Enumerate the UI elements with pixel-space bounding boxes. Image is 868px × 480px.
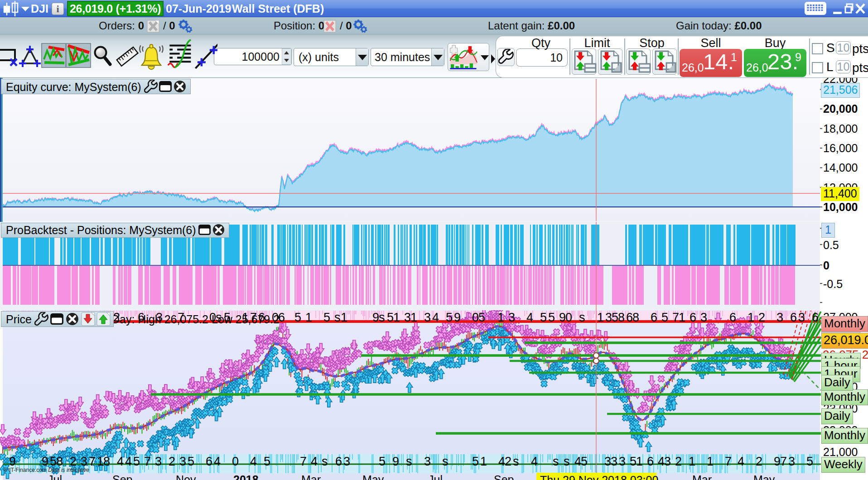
svg-text:8: 8: [103, 455, 110, 468]
svg-text:4: 4: [214, 455, 221, 468]
svg-text:3: 3: [664, 455, 671, 468]
svg-text:7: 7: [725, 455, 732, 468]
svg-text:0: 0: [565, 311, 572, 324]
svg-text:6: 6: [690, 311, 696, 324]
svg-text:4: 4: [531, 455, 538, 468]
svg-text:9: 9: [42, 455, 48, 468]
svg-text:5: 5: [806, 455, 813, 468]
svg-text:3: 3: [605, 311, 612, 324]
svg-text:3: 3: [619, 455, 626, 468]
svg-text:4: 4: [432, 311, 439, 324]
svg-text:7: 7: [300, 455, 307, 468]
svg-text:0: 0: [232, 455, 239, 468]
svg-text:7: 7: [672, 311, 679, 324]
svg-text:4: 4: [738, 455, 744, 468]
svg-text:5: 5: [264, 455, 270, 468]
svg-text:4: 4: [574, 455, 581, 468]
svg-text:6: 6: [626, 311, 633, 324]
svg-text:5: 5: [323, 311, 330, 324]
svg-text:3: 3: [776, 311, 783, 324]
svg-text:5: 5: [478, 311, 485, 324]
svg-text:6: 6: [729, 311, 736, 324]
svg-text:1: 1: [707, 455, 714, 468]
svg-text:9: 9: [9, 455, 16, 468]
svg-text:s: s: [564, 455, 570, 468]
svg-text:1: 1: [393, 311, 400, 324]
svg-text:8: 8: [618, 311, 625, 324]
svg-text:3: 3: [788, 455, 795, 468]
svg-text:3: 3: [798, 311, 805, 324]
svg-text:s: s: [406, 455, 412, 468]
svg-text:1: 1: [679, 311, 685, 324]
svg-text:4: 4: [658, 455, 665, 468]
svg-text:s: s: [442, 455, 448, 468]
svg-text:9: 9: [372, 311, 379, 324]
svg-text:2: 2: [758, 311, 765, 324]
svg-text:9: 9: [774, 455, 781, 468]
svg-text:5: 5: [548, 311, 555, 324]
svg-text:5: 5: [612, 311, 618, 324]
svg-text:6: 6: [335, 455, 342, 468]
svg-text:1: 1: [497, 311, 504, 324]
svg-text:6: 6: [651, 311, 657, 324]
svg-text:1: 1: [410, 311, 417, 324]
svg-text:1: 1: [341, 311, 347, 324]
svg-text:3: 3: [611, 455, 617, 468]
svg-text:3: 3: [700, 311, 707, 324]
svg-text:s: s: [334, 311, 341, 324]
svg-text:1: 1: [747, 311, 754, 324]
svg-text:2: 2: [70, 455, 77, 468]
svg-text:2: 2: [169, 455, 175, 468]
svg-text:2: 2: [756, 455, 762, 468]
svg-text:s: s: [513, 455, 519, 468]
svg-text:6: 6: [206, 455, 212, 468]
svg-text:9: 9: [559, 311, 566, 324]
svg-text:4: 4: [125, 455, 132, 468]
svg-text:5: 5: [446, 311, 453, 324]
svg-text:1: 1: [689, 455, 695, 468]
svg-text:1: 1: [597, 311, 604, 324]
svg-text:5: 5: [581, 455, 588, 468]
svg-text:3: 3: [81, 455, 87, 468]
svg-text:8: 8: [56, 455, 63, 468]
svg-text:s: s: [379, 311, 385, 324]
svg-text:3: 3: [424, 311, 431, 324]
svg-text:3: 3: [404, 311, 411, 324]
svg-text:7: 7: [780, 455, 787, 468]
svg-text:4: 4: [311, 455, 318, 468]
svg-text:6: 6: [790, 311, 797, 324]
svg-text:5: 5: [133, 455, 140, 468]
svg-text:4: 4: [117, 455, 124, 468]
svg-text:6: 6: [812, 311, 819, 324]
svg-text:5: 5: [294, 311, 301, 324]
svg-text:7: 7: [89, 455, 96, 468]
svg-text:4: 4: [526, 311, 533, 324]
svg-text:1: 1: [480, 455, 487, 468]
svg-text:9: 9: [392, 455, 399, 468]
svg-text:5: 5: [379, 455, 386, 468]
svg-text:2: 2: [505, 455, 511, 468]
svg-text:s: s: [553, 455, 559, 468]
svg-text:5: 5: [472, 455, 479, 468]
svg-text:s: s: [579, 311, 585, 324]
svg-text:1: 1: [305, 311, 312, 324]
svg-text:3: 3: [343, 455, 350, 468]
svg-text:1: 1: [97, 455, 104, 468]
svg-text:3: 3: [508, 311, 515, 324]
svg-text:s: s: [322, 455, 328, 468]
svg-text:3: 3: [179, 455, 186, 468]
svg-text:1: 1: [636, 455, 643, 468]
svg-text:5: 5: [630, 455, 637, 468]
svg-text:7: 7: [144, 455, 151, 468]
svg-text:4: 4: [498, 455, 505, 468]
svg-text:5: 5: [188, 455, 194, 468]
svg-text:0: 0: [472, 311, 479, 324]
svg-text:6: 6: [647, 455, 654, 468]
svg-text:8: 8: [632, 311, 639, 324]
svg-text:3: 3: [604, 455, 611, 468]
svg-text:2: 2: [675, 455, 682, 468]
svg-text:5: 5: [661, 311, 668, 324]
svg-text:3: 3: [424, 455, 431, 468]
svg-text:5: 5: [387, 311, 394, 324]
svg-text:5: 5: [540, 311, 547, 324]
